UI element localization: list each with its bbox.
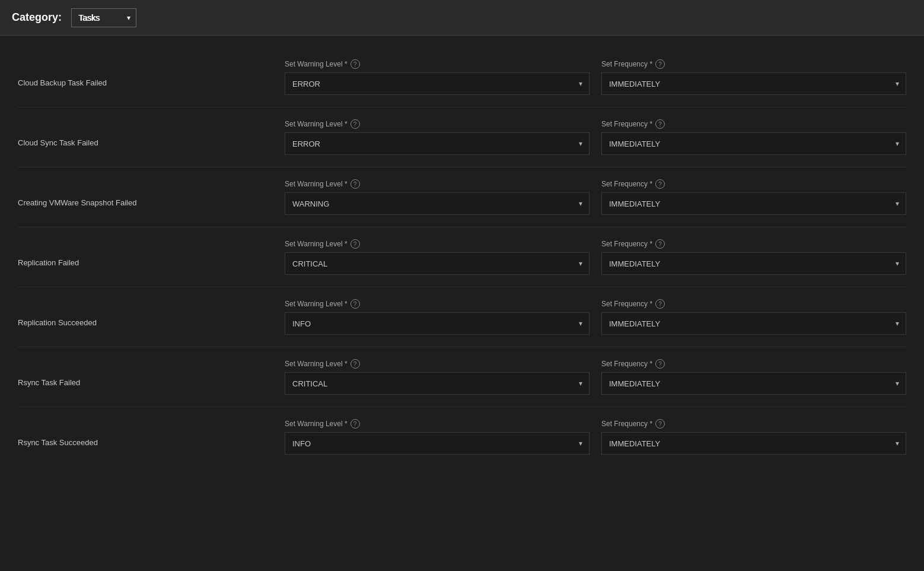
frequency-group-creating-vmware-snapshot-failed: Set Frequency *?IMMEDIATELYHOURLYDAILYWE…	[601, 179, 906, 215]
frequency-select-wrapper-cloud-backup-task-failed: IMMEDIATELYHOURLYDAILYWEEKLY	[601, 72, 906, 95]
row-controls-rsync-task-failed: Set Warning Level *?INFOWARNINGERRORCRIT…	[285, 359, 906, 395]
warning-level-select-replication-failed[interactable]: INFOWARNINGERRORCRITICAL	[285, 252, 590, 275]
warning-level-label-text-rsync-task-succeeded: Set Warning Level *	[285, 420, 348, 428]
warning-level-help-icon-replication-failed[interactable]: ?	[351, 239, 360, 249]
warning-level-select-wrapper-creating-vmware-snapshot-failed: INFOWARNINGERRORCRITICAL	[285, 192, 590, 215]
warning-level-label-text-cloud-backup-task-failed: Set Warning Level *	[285, 60, 348, 68]
frequency-help-icon-replication-failed[interactable]: ?	[655, 239, 665, 249]
frequency-label-cloud-backup-task-failed: Set Frequency *?	[601, 59, 906, 69]
row-label-replication-succeeded: Replication Succeeded	[18, 299, 285, 327]
frequency-label-text-rsync-task-failed: Set Frequency *	[601, 360, 652, 368]
frequency-help-icon-cloud-sync-task-failed[interactable]: ?	[655, 119, 665, 129]
content-area: Cloud Backup Task FailedSet Warning Leve…	[0, 36, 924, 478]
warning-level-label-rsync-task-failed: Set Warning Level *?	[285, 359, 590, 369]
warning-level-label-cloud-backup-task-failed: Set Warning Level *?	[285, 59, 590, 69]
category-dropdown-wrapper[interactable]: TasksSystemNetworkStorage Tasks	[71, 8, 136, 27]
row-controls-creating-vmware-snapshot-failed: Set Warning Level *?INFOWARNINGERRORCRIT…	[285, 179, 906, 215]
frequency-label-replication-succeeded: Set Frequency *?	[601, 299, 906, 309]
warning-level-select-rsync-task-failed[interactable]: INFOWARNINGERRORCRITICAL	[285, 372, 590, 395]
warning-level-select-wrapper-replication-succeeded: INFOWARNINGERRORCRITICAL	[285, 312, 590, 335]
frequency-group-replication-failed: Set Frequency *?IMMEDIATELYHOURLYDAILYWE…	[601, 239, 906, 275]
row-item-cloud-sync-task-failed: Cloud Sync Task FailedSet Warning Level …	[18, 107, 906, 167]
frequency-label-rsync-task-failed: Set Frequency *?	[601, 359, 906, 369]
frequency-label-rsync-task-succeeded: Set Frequency *?	[601, 419, 906, 429]
frequency-label-cloud-sync-task-failed: Set Frequency *?	[601, 119, 906, 129]
frequency-label-text-cloud-sync-task-failed: Set Frequency *	[601, 120, 652, 128]
frequency-help-icon-rsync-task-failed[interactable]: ?	[655, 359, 665, 369]
frequency-select-wrapper-cloud-sync-task-failed: IMMEDIATELYHOURLYDAILYWEEKLY	[601, 132, 906, 155]
warning-level-help-icon-cloud-sync-task-failed[interactable]: ?	[351, 119, 360, 129]
warning-level-help-icon-replication-succeeded[interactable]: ?	[351, 299, 360, 309]
warning-level-select-cloud-backup-task-failed[interactable]: INFOWARNINGERRORCRITICAL	[285, 72, 590, 95]
frequency-select-cloud-backup-task-failed[interactable]: IMMEDIATELYHOURLYDAILYWEEKLY	[601, 72, 906, 95]
warning-level-select-replication-succeeded[interactable]: INFOWARNINGERRORCRITICAL	[285, 312, 590, 335]
row-controls-replication-failed: Set Warning Level *?INFOWARNINGERRORCRIT…	[285, 239, 906, 275]
frequency-label-creating-vmware-snapshot-failed: Set Frequency *?	[601, 179, 906, 189]
warning-level-help-icon-creating-vmware-snapshot-failed[interactable]: ?	[351, 179, 360, 189]
warning-level-select-rsync-task-succeeded[interactable]: INFOWARNINGERRORCRITICAL	[285, 432, 590, 455]
row-label-cloud-sync-task-failed: Cloud Sync Task Failed	[18, 119, 285, 147]
warning-level-help-icon-rsync-task-failed[interactable]: ?	[351, 359, 360, 369]
row-label-rsync-task-failed: Rsync Task Failed	[18, 359, 285, 387]
warning-level-select-wrapper-replication-failed: INFOWARNINGERRORCRITICAL	[285, 252, 590, 275]
frequency-group-rsync-task-failed: Set Frequency *?IMMEDIATELYHOURLYDAILYWE…	[601, 359, 906, 395]
frequency-select-wrapper-creating-vmware-snapshot-failed: IMMEDIATELYHOURLYDAILYWEEKLY	[601, 192, 906, 215]
warning-level-select-wrapper-cloud-sync-task-failed: INFOWARNINGERRORCRITICAL	[285, 132, 590, 155]
frequency-label-replication-failed: Set Frequency *?	[601, 239, 906, 249]
warning-level-help-icon-rsync-task-succeeded[interactable]: ?	[351, 419, 360, 429]
row-item-replication-failed: Replication FailedSet Warning Level *?IN…	[18, 227, 906, 287]
row-item-cloud-backup-task-failed: Cloud Backup Task FailedSet Warning Leve…	[18, 47, 906, 107]
warning-level-label-rsync-task-succeeded: Set Warning Level *?	[285, 419, 590, 429]
frequency-label-text-replication-succeeded: Set Frequency *	[601, 300, 652, 308]
warning-level-label-text-cloud-sync-task-failed: Set Warning Level *	[285, 120, 348, 128]
category-dropdown[interactable]: TasksSystemNetworkStorage	[71, 8, 136, 27]
frequency-select-rsync-task-failed[interactable]: IMMEDIATELYHOURLYDAILYWEEKLY	[601, 372, 906, 395]
warning-level-label-text-rsync-task-failed: Set Warning Level *	[285, 360, 348, 368]
frequency-label-text-creating-vmware-snapshot-failed: Set Frequency *	[601, 180, 652, 188]
row-controls-rsync-task-succeeded: Set Warning Level *?INFOWARNINGERRORCRIT…	[285, 419, 906, 455]
warning-level-select-creating-vmware-snapshot-failed[interactable]: INFOWARNINGERRORCRITICAL	[285, 192, 590, 215]
warning-level-select-cloud-sync-task-failed[interactable]: INFOWARNINGERRORCRITICAL	[285, 132, 590, 155]
rows-container: Cloud Backup Task FailedSet Warning Leve…	[18, 47, 906, 467]
row-controls-cloud-sync-task-failed: Set Warning Level *?INFOWARNINGERRORCRIT…	[285, 119, 906, 155]
frequency-help-icon-rsync-task-succeeded[interactable]: ?	[655, 419, 665, 429]
frequency-select-rsync-task-succeeded[interactable]: IMMEDIATELYHOURLYDAILYWEEKLY	[601, 432, 906, 455]
frequency-group-rsync-task-succeeded: Set Frequency *?IMMEDIATELYHOURLYDAILYWE…	[601, 419, 906, 455]
frequency-group-replication-succeeded: Set Frequency *?IMMEDIATELYHOURLYDAILYWE…	[601, 299, 906, 335]
warning-level-group-cloud-sync-task-failed: Set Warning Level *?INFOWARNINGERRORCRIT…	[285, 119, 590, 155]
row-label-creating-vmware-snapshot-failed: Creating VMWare Snapshot Failed	[18, 179, 285, 207]
warning-level-select-wrapper-rsync-task-succeeded: INFOWARNINGERRORCRITICAL	[285, 432, 590, 455]
frequency-group-cloud-sync-task-failed: Set Frequency *?IMMEDIATELYHOURLYDAILYWE…	[601, 119, 906, 155]
row-controls-replication-succeeded: Set Warning Level *?INFOWARNINGERRORCRIT…	[285, 299, 906, 335]
warning-level-group-rsync-task-succeeded: Set Warning Level *?INFOWARNINGERRORCRIT…	[285, 419, 590, 455]
frequency-select-wrapper-rsync-task-failed: IMMEDIATELYHOURLYDAILYWEEKLY	[601, 372, 906, 395]
frequency-help-icon-replication-succeeded[interactable]: ?	[655, 299, 665, 309]
frequency-select-replication-failed[interactable]: IMMEDIATELYHOURLYDAILYWEEKLY	[601, 252, 906, 275]
frequency-help-icon-creating-vmware-snapshot-failed[interactable]: ?	[655, 179, 665, 189]
warning-level-group-cloud-backup-task-failed: Set Warning Level *?INFOWARNINGERRORCRIT…	[285, 59, 590, 95]
row-label-rsync-task-succeeded: Rsync Task Succeeded	[18, 419, 285, 447]
warning-level-label-text-replication-failed: Set Warning Level *	[285, 240, 348, 248]
frequency-select-wrapper-rsync-task-succeeded: IMMEDIATELYHOURLYDAILYWEEKLY	[601, 432, 906, 455]
frequency-group-cloud-backup-task-failed: Set Frequency *?IMMEDIATELYHOURLYDAILYWE…	[601, 59, 906, 95]
frequency-help-icon-cloud-backup-task-failed[interactable]: ?	[655, 59, 665, 69]
warning-level-group-creating-vmware-snapshot-failed: Set Warning Level *?INFOWARNINGERRORCRIT…	[285, 179, 590, 215]
row-item-replication-succeeded: Replication SucceededSet Warning Level *…	[18, 287, 906, 347]
frequency-label-text-rsync-task-succeeded: Set Frequency *	[601, 420, 652, 428]
row-label-replication-failed: Replication Failed	[18, 239, 285, 267]
row-label-cloud-backup-task-failed: Cloud Backup Task Failed	[18, 59, 285, 87]
warning-level-help-icon-cloud-backup-task-failed[interactable]: ?	[351, 59, 360, 69]
frequency-select-cloud-sync-task-failed[interactable]: IMMEDIATELYHOURLYDAILYWEEKLY	[601, 132, 906, 155]
page-header: Category: TasksSystemNetworkStorage Task…	[0, 0, 924, 36]
frequency-select-wrapper-replication-succeeded: IMMEDIATELYHOURLYDAILYWEEKLY	[601, 312, 906, 335]
frequency-select-creating-vmware-snapshot-failed[interactable]: IMMEDIATELYHOURLYDAILYWEEKLY	[601, 192, 906, 215]
warning-level-label-cloud-sync-task-failed: Set Warning Level *?	[285, 119, 590, 129]
frequency-label-text-replication-failed: Set Frequency *	[601, 240, 652, 248]
warning-level-label-text-replication-succeeded: Set Warning Level *	[285, 300, 348, 308]
warning-level-label-replication-succeeded: Set Warning Level *?	[285, 299, 590, 309]
frequency-select-replication-succeeded[interactable]: IMMEDIATELYHOURLYDAILYWEEKLY	[601, 312, 906, 335]
warning-level-label-creating-vmware-snapshot-failed: Set Warning Level *?	[285, 179, 590, 189]
row-controls-cloud-backup-task-failed: Set Warning Level *?INFOWARNINGERRORCRIT…	[285, 59, 906, 95]
warning-level-group-rsync-task-failed: Set Warning Level *?INFOWARNINGERRORCRIT…	[285, 359, 590, 395]
category-label: Category:	[12, 11, 62, 24]
